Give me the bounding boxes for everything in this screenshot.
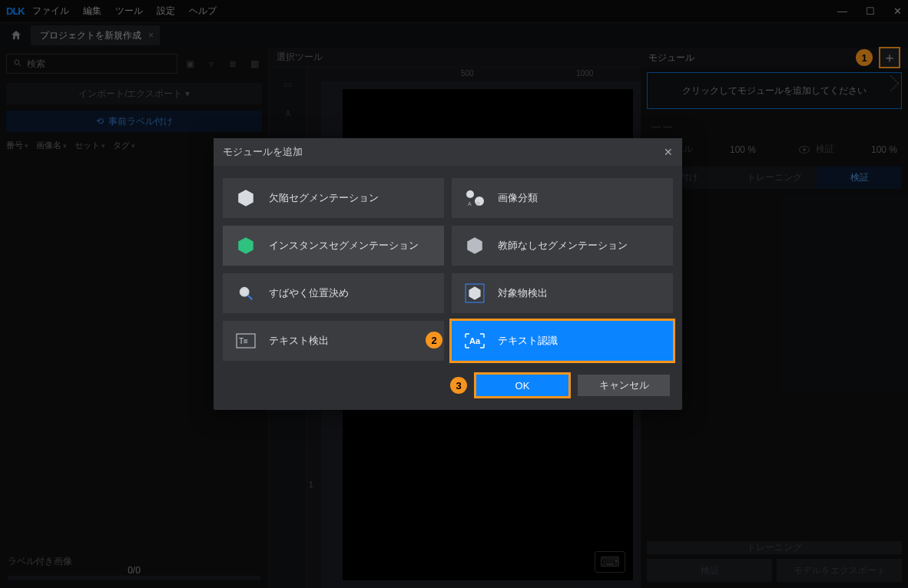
- cancel-button[interactable]: キャンセル: [578, 375, 670, 396]
- svg-marker-12: [469, 286, 480, 299]
- modal-header: モジュールを追加 ✕: [214, 138, 682, 166]
- svg-text:B: B: [476, 201, 480, 206]
- hexagon-green-icon: [234, 233, 258, 258]
- opt-image-classification[interactable]: AB 画像分類: [452, 178, 673, 218]
- modal-body: 欠陥セグメンテーション AB 画像分類 インスタンスセグメンテーション 教師なし…: [214, 166, 682, 368]
- modal-close-icon[interactable]: ✕: [664, 146, 673, 158]
- opt-label: 画像分類: [498, 191, 538, 205]
- hexagon-gray-icon: [462, 233, 487, 258]
- opt-label: インスタンスセグメンテーション: [269, 239, 419, 253]
- opt-instance-segmentation[interactable]: インスタンスセグメンテーション: [223, 226, 444, 266]
- callout-2: 2: [426, 332, 442, 349]
- modal-footer: 3 OK キャンセル: [214, 368, 682, 410]
- opt-label: 欠陥セグメンテーション: [269, 191, 379, 205]
- opt-label: テキスト検出: [269, 334, 329, 348]
- svg-marker-7: [238, 237, 254, 254]
- hexagon-boxed-icon: [462, 281, 487, 306]
- svg-text:Aa: Aa: [469, 336, 481, 345]
- svg-text:A: A: [468, 201, 472, 206]
- svg-point-3: [466, 190, 474, 198]
- add-module-modal: モジュールを追加 ✕ 欠陥セグメンテーション AB 画像分類 インスタンスセグメ…: [214, 138, 682, 410]
- svg-point-9: [240, 288, 249, 296]
- hexagon-icon: [234, 186, 258, 210]
- text-detect-icon: T≡: [234, 329, 258, 353]
- opt-label: テキスト認識: [498, 334, 558, 348]
- opt-text-detection[interactable]: T≡ テキスト検出: [223, 321, 444, 361]
- svg-marker-2: [238, 190, 254, 206]
- svg-marker-8: [467, 237, 482, 254]
- ok-button[interactable]: OK: [476, 375, 568, 396]
- svg-text:T≡: T≡: [239, 337, 248, 345]
- modal-title: モジュールを追加: [223, 145, 303, 159]
- opt-quick-locate[interactable]: すばやく位置決め: [223, 273, 444, 313]
- magnifier-icon: [234, 281, 258, 306]
- classify-icon: AB: [462, 186, 487, 210]
- text-recognize-icon: Aa: [462, 329, 487, 353]
- opt-defect-segmentation[interactable]: 欠陥セグメンテーション: [223, 178, 444, 218]
- opt-unsupervised-segmentation[interactable]: 教師なしセグメンテーション: [452, 226, 673, 266]
- opt-label: 対象物検出: [498, 286, 548, 300]
- opt-text-recognition[interactable]: 2 Aa テキスト認識: [452, 321, 673, 361]
- svg-line-10: [248, 296, 253, 300]
- opt-label: 教師なしセグメンテーション: [498, 239, 628, 253]
- callout-3: 3: [450, 377, 467, 394]
- opt-object-detection[interactable]: 対象物検出: [452, 273, 673, 313]
- opt-label: すばやく位置決め: [269, 286, 349, 300]
